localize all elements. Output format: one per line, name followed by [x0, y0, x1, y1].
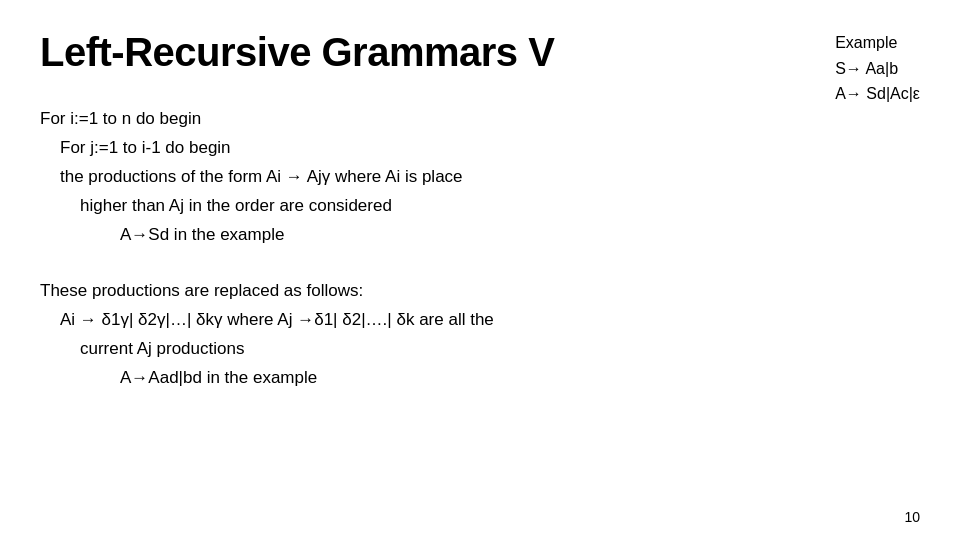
- replacement-section: These productions are replaced as follow…: [40, 277, 920, 393]
- example-line1: S→ Aa|b: [835, 56, 920, 82]
- example-box: Example S→ Aa|b A→ Sd|Ac|ε: [835, 30, 920, 107]
- example-line2: A→ Sd|Ac|ε: [835, 81, 920, 107]
- algorithm-section: For i:=1 to n do begin For j:=1 to i-1 d…: [40, 105, 920, 249]
- slide-container: Left-Recursive Grammars V Example S→ Aa|…: [0, 0, 960, 540]
- algo-line2: For j:=1 to i-1 do begin: [60, 134, 920, 163]
- algo-line5: A→Sd in the example: [120, 221, 920, 250]
- replace-line2: Ai → δ1γ| δ2γ|…| δkγ where Aj →δ1| δ2|….…: [60, 306, 920, 335]
- replace-line3: current Aj productions: [80, 335, 920, 364]
- replace-line1: These productions are replaced as follow…: [40, 277, 920, 306]
- page-number: 10: [904, 509, 920, 525]
- example-label: Example: [835, 30, 920, 56]
- algo-line1: For i:=1 to n do begin: [40, 105, 920, 134]
- replace-line4: A→Aad|bd in the example: [120, 364, 920, 393]
- algo-line4: higher than Aj in the order are consider…: [80, 192, 920, 221]
- algo-line3: the productions of the form Ai → Ajγ whe…: [60, 163, 920, 192]
- slide-title: Left-Recursive Grammars V: [40, 30, 920, 75]
